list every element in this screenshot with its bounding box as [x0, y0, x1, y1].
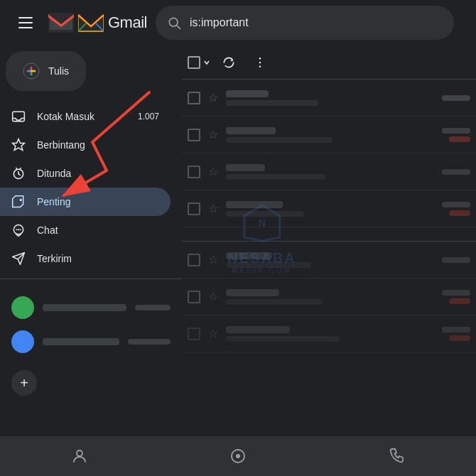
email-meta — [442, 95, 470, 101]
contact-name-1 — [43, 304, 126, 311]
select-all-checkbox[interactable] — [188, 56, 200, 69]
email-checkbox[interactable] — [188, 129, 200, 141]
clock-icon — [11, 166, 26, 180]
compose-label: Tulis — [48, 65, 69, 77]
star-button[interactable]: ☆ — [206, 128, 220, 142]
email-content — [226, 164, 436, 180]
select-all-area[interactable] — [188, 56, 212, 69]
more-button[interactable] — [246, 48, 274, 77]
search-query[interactable]: is:important — [190, 16, 443, 29]
table-row[interactable]: ☆ — [182, 242, 476, 278]
add-contact-button[interactable]: + — [11, 370, 37, 396]
inbox-badge: 1.007 — [138, 112, 159, 121]
bottom-bar — [0, 436, 476, 476]
email-subject — [226, 299, 322, 305]
bottom-phone-button[interactable] — [388, 448, 405, 465]
contact-section — [0, 285, 182, 364]
email-meta — [442, 257, 470, 263]
table-row[interactable]: ☆ — [182, 153, 476, 190]
email-sender — [226, 127, 276, 134]
svg-point-24 — [259, 65, 261, 67]
sidebar-item-starred[interactable]: Berbintang — [0, 131, 171, 159]
bottom-meet-button[interactable] — [229, 448, 247, 465]
table-row[interactable]: ☆ — [182, 117, 476, 153]
svg-line-15 — [16, 168, 18, 170]
email-list: ☆ ☆ — [182, 80, 476, 476]
refresh-button[interactable] — [215, 48, 243, 77]
inbox-icon — [11, 109, 26, 124]
svg-point-22 — [259, 57, 261, 59]
svg-point-30 — [236, 454, 240, 458]
email-time — [442, 202, 470, 207]
sidebar-item-snoozed[interactable]: Ditunda — [0, 159, 171, 188]
table-row[interactable]: ☆ — [182, 190, 476, 227]
email-time — [442, 290, 470, 296]
email-sender — [226, 289, 279, 296]
contact-status-1 — [135, 305, 171, 310]
table-row[interactable]: ☆ — [182, 80, 476, 117]
email-sender — [226, 164, 265, 171]
person-icon — [71, 448, 88, 465]
starred-label: Berbintang — [37, 139, 159, 151]
contact-avatar-1 — [11, 296, 34, 319]
compose-button[interactable]: Tulis — [6, 51, 86, 91]
content-toolbar — [182, 45, 476, 80]
email-content — [226, 90, 436, 106]
svg-line-14 — [18, 174, 21, 175]
phone-icon — [388, 448, 405, 465]
sidebar-item-inbox[interactable]: Kotak Masuk 1.007 — [0, 102, 171, 131]
email-subject — [226, 336, 340, 342]
important-label: Penting — [37, 196, 159, 207]
menu-button[interactable] — [11, 9, 40, 37]
sidebar-item-chat[interactable]: Chat — [0, 216, 171, 244]
svg-point-17 — [20, 199, 22, 201]
sidebar: Tulis Kotak Masuk 1.007 Berbintang — [0, 45, 182, 476]
email-time — [442, 327, 470, 332]
email-label-badge — [449, 298, 470, 304]
star-button[interactable]: ☆ — [206, 165, 220, 179]
email-checkbox[interactable] — [188, 291, 200, 303]
contact-item-1[interactable] — [0, 291, 182, 325]
star-button[interactable]: ☆ — [206, 202, 220, 216]
sidebar-item-important[interactable]: Penting — [0, 188, 171, 216]
star-button[interactable]: ☆ — [206, 290, 220, 304]
email-subject — [226, 137, 332, 143]
email-time — [442, 128, 470, 134]
gmail-logo: Gmail — [48, 13, 147, 33]
contact-item-2[interactable] — [0, 325, 182, 359]
select-dropdown-arrow[interactable] — [202, 58, 212, 67]
email-sender — [226, 90, 269, 97]
email-meta — [442, 327, 470, 341]
email-checkbox[interactable] — [188, 328, 200, 340]
search-bar[interactable]: is:important — [156, 6, 454, 40]
inbox-label: Kotak Masuk — [37, 111, 126, 122]
email-content — [226, 201, 436, 217]
bottom-contacts-button[interactable] — [71, 448, 88, 465]
search-icon — [167, 16, 181, 30]
star-button[interactable]: ☆ — [206, 91, 220, 105]
email-checkbox[interactable] — [188, 202, 200, 215]
email-checkbox[interactable] — [188, 166, 200, 178]
email-subject — [226, 262, 311, 268]
contact-status-2 — [128, 339, 171, 345]
sidebar-item-sent[interactable]: Terkirim — [0, 244, 171, 273]
email-subject — [226, 100, 318, 106]
table-row[interactable]: ☆ — [182, 278, 476, 315]
star-button[interactable]: ☆ — [206, 327, 220, 341]
email-subject — [226, 174, 325, 180]
label-icon — [11, 195, 26, 209]
snoozed-label: Ditunda — [37, 168, 159, 179]
email-content — [226, 127, 436, 143]
table-row[interactable]: ☆ — [182, 315, 476, 352]
email-content — [226, 289, 436, 305]
email-meta — [442, 128, 470, 142]
svg-point-20 — [18, 229, 19, 230]
email-label-badge — [449, 136, 470, 142]
email-checkbox[interactable] — [188, 254, 200, 266]
sent-label: Terkirim — [37, 253, 159, 264]
email-checkbox[interactable] — [188, 92, 200, 104]
email-content — [226, 326, 436, 342]
email-sender — [226, 201, 283, 208]
email-time — [442, 169, 470, 175]
star-button[interactable]: ☆ — [206, 253, 220, 267]
